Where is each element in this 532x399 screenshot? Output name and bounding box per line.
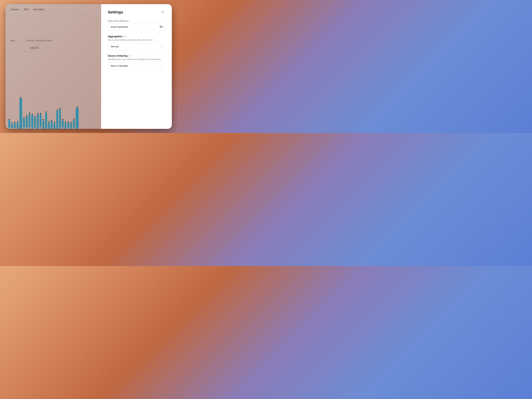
chart-bar — [8, 120, 10, 128]
bar-dot — [62, 119, 63, 120]
bar-dot — [51, 120, 52, 121]
chart-bar-negative — [8, 128, 10, 129]
chart-bar-group — [42, 120, 44, 129]
chart-bar — [48, 123, 50, 129]
bar-dot — [9, 119, 10, 120]
chart-bar-group — [26, 117, 28, 129]
chart-bar-group — [23, 119, 25, 129]
apply-to-section: Apply these settings to Entire Dashboard — [108, 20, 165, 31]
chart-bar-group — [56, 111, 58, 129]
bar-dot — [70, 122, 72, 123]
chart-bar-negative — [11, 128, 13, 129]
chart-bar-negative — [26, 128, 28, 129]
chart-bar-negative — [62, 127, 64, 129]
source-ordering-dropdown[interactable]: Novus Calculated Manager Reported Blende… — [108, 62, 165, 70]
chart-bar — [19, 98, 22, 129]
bar-dot — [12, 123, 13, 124]
source-ordering-info-icon[interactable]: i — [129, 55, 131, 57]
aggregation-info-icon[interactable]: i — [124, 35, 126, 38]
chart-bar — [42, 120, 44, 129]
table-row-value: 8,332,02 — [11, 44, 96, 51]
aggregation-description: How to group trading and position data w… — [108, 39, 165, 41]
bar-dot — [17, 121, 18, 122]
aggregation-section: Aggregation i How to group trading and p… — [108, 35, 165, 50]
chart-bar — [53, 123, 55, 129]
bar-dot — [32, 114, 33, 115]
chart-bar — [37, 114, 39, 129]
table-row-header: bps) Passive Contribution (bps) — [11, 37, 96, 44]
chart-bar — [11, 124, 13, 128]
bar-dot — [54, 122, 55, 123]
modal-container: tribution Risk Securities bps) Passive C… — [6, 4, 172, 129]
chart-bar-group — [11, 124, 13, 129]
bar-dot — [65, 121, 66, 122]
apply-to-wrapper: Entire Dashboard — [108, 23, 165, 31]
chart-bar — [34, 117, 36, 128]
chart-bar-group — [34, 117, 36, 129]
bar-dot — [77, 107, 78, 108]
chart-bar-group — [59, 109, 61, 129]
aggregation-dropdown-wrapper: Security Fund Manager Asset Class ⌄ — [108, 43, 165, 50]
bar-dot — [34, 116, 36, 117]
chart-bar-group — [62, 120, 64, 129]
bar-dot — [23, 117, 25, 118]
nav-item-risk[interactable]: Risk — [24, 8, 29, 11]
chart-bar — [23, 119, 25, 127]
apply-to-input[interactable]: Entire Dashboard — [108, 23, 165, 31]
chart-bar — [76, 108, 79, 129]
chart-bar — [73, 120, 75, 127]
bar-dot — [43, 119, 44, 120]
chart-bar-negative — [67, 128, 69, 129]
settings-panel: Settings × Apply these settings to Entir… — [101, 4, 172, 129]
left-panel: tribution Risk Securities bps) Passive C… — [6, 4, 101, 129]
chart-bar-negative — [40, 127, 42, 129]
chart-bar-group — [51, 121, 53, 129]
close-button[interactable]: × — [160, 10, 165, 15]
chart-bar — [67, 123, 69, 128]
chart-bar-negative — [73, 127, 75, 129]
table-section: bps) Passive Contribution (bps) 8,332,02 — [6, 23, 101, 54]
bar-dot — [14, 122, 15, 123]
chart-bar — [62, 120, 64, 127]
chart-bar-group — [29, 114, 31, 129]
bar-dot — [59, 108, 61, 109]
left-nav: tribution Risk Securities — [6, 4, 101, 15]
chart-bar-group — [53, 123, 55, 129]
aggregation-dropdown[interactable]: Security Fund Manager Asset Class — [108, 43, 165, 50]
chart-bar-group — [17, 123, 19, 129]
chart-bar-negative — [14, 128, 16, 129]
bar-dot — [73, 119, 74, 120]
bar-dot — [48, 121, 50, 122]
chart-bar — [31, 115, 33, 129]
source-ordering-description: Specifies which return data source popul… — [108, 58, 165, 60]
chart-bar-group — [64, 123, 66, 129]
passive-contribution-value: 8,332,02 — [30, 47, 38, 49]
chart-bar — [29, 114, 31, 127]
chart-bar — [51, 121, 53, 129]
chart-bar-group — [40, 114, 42, 129]
bar-dot — [20, 97, 21, 98]
bar-dot — [68, 121, 69, 123]
chart-bar — [40, 114, 42, 127]
chart-bar-group — [73, 120, 75, 129]
apply-to-label: Apply these settings to — [108, 20, 165, 22]
chart-bar-group — [76, 108, 79, 129]
bar-dot — [40, 113, 41, 114]
bar-dot — [26, 115, 27, 116]
chart-bar-negative — [23, 127, 25, 129]
chart-bar-group — [37, 114, 39, 129]
chart-bar — [56, 111, 58, 129]
bar-dot — [29, 113, 30, 114]
chart-bar — [17, 123, 19, 129]
chart-bar — [45, 113, 47, 129]
nav-item-contribution[interactable]: tribution — [11, 8, 19, 11]
bar-dot — [46, 112, 47, 113]
source-ordering-dropdown-wrapper: Novus Calculated Manager Reported Blende… — [108, 62, 165, 70]
nav-item-securities[interactable]: Securities — [33, 8, 44, 11]
chart-bar — [14, 123, 16, 128]
chart-bar — [26, 117, 28, 128]
chart-bar-group — [14, 123, 16, 129]
chart-area — [6, 79, 101, 129]
chart-bar-negative — [34, 128, 36, 129]
chart-bar-group — [45, 113, 47, 129]
